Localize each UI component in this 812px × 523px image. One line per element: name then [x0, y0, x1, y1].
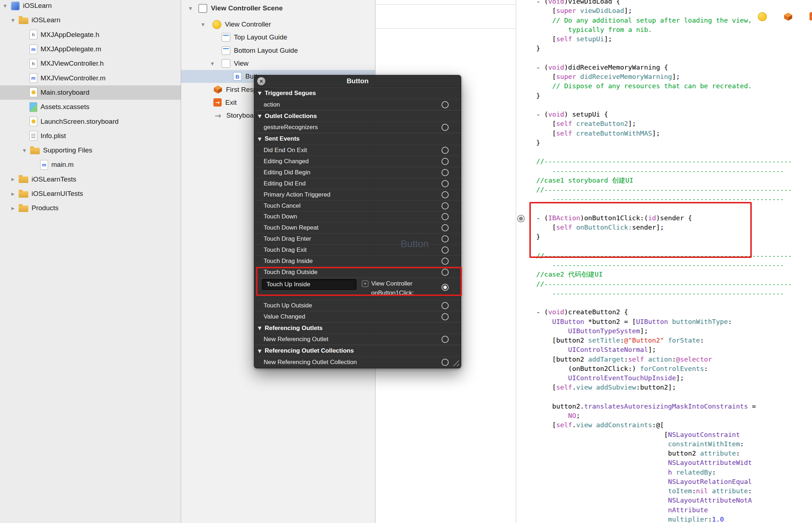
outline-item-view[interactable]: ▾View — [181, 57, 375, 70]
navigator-item-products[interactable]: ▸Products — [0, 201, 181, 215]
connection-well-empty-icon[interactable] — [442, 101, 449, 108]
navigator-item-label: Supporting Files — [43, 146, 92, 154]
folder-icon — [19, 191, 28, 198]
hud-section-referencing-outlet-collections[interactable]: ▼Referencing Outlet Collections — [254, 345, 461, 357]
connection-well-empty-icon[interactable] — [442, 246, 449, 254]
chevron-down-icon[interactable]: ▾ — [209, 61, 216, 67]
navigator-item-main-storyboard[interactable]: Main.storyboard — [0, 85, 181, 100]
hud-row-editing-did-end[interactable]: Editing Did End — [254, 178, 461, 189]
navigator-item-ioslearn[interactable]: ▾iOSLearn — [0, 13, 181, 27]
chevron-right-icon[interactable]: ▸ — [9, 191, 16, 197]
connection-well-empty-icon[interactable] — [442, 158, 449, 165]
navigator-item-mxjviewcontroller-m[interactable]: mMXJViewController.m — [0, 71, 181, 85]
close-icon[interactable]: × — [257, 77, 265, 85]
connection-well-empty-icon[interactable] — [442, 313, 449, 320]
hud-row-editing-did-begin[interactable]: Editing Did Begin — [254, 167, 461, 178]
connection-well-empty-icon[interactable] — [442, 258, 449, 265]
disclosure-triangle-icon[interactable]: ▼ — [258, 90, 261, 96]
entry-icon: → — [213, 111, 223, 120]
hud-row-touch-down-repeat[interactable]: Touch Down Repeat — [254, 222, 461, 233]
dock-exit-icon[interactable]: → — [809, 12, 812, 20]
connection-well-empty-icon[interactable] — [442, 336, 449, 343]
dock-first-responder-icon[interactable] — [784, 12, 793, 21]
code-line: //case1 storyboard 创建UI — [536, 176, 792, 185]
connection-well-empty-icon[interactable] — [442, 235, 449, 242]
code-line — [536, 100, 792, 110]
hud-row-gesturerecognizers[interactable]: gestureRecognizers — [254, 122, 461, 133]
connection-well-empty-icon[interactable] — [442, 147, 449, 154]
disclosure-triangle-icon[interactable]: ▼ — [258, 113, 261, 119]
navigator-item-info-plist[interactable]: Info.plist — [0, 129, 181, 143]
annotation-onbutton1click — [529, 202, 752, 258]
code-line: - (void)createButton2 { — [536, 307, 792, 317]
code-line: NSLayoutRelationEqual — [536, 477, 792, 486]
connection-well-icon[interactable] — [517, 215, 525, 222]
connection-well-empty-icon[interactable] — [442, 302, 449, 309]
source-editor[interactable]: - (void)viewDidLoad { [super viewDidLoad… — [531, 0, 812, 523]
navigator-item-label: Main.storyboard — [41, 89, 89, 96]
outline-item-view-controller[interactable]: ▾View Controller — [181, 18, 375, 31]
chevron-down-icon[interactable]: ▾ — [187, 5, 194, 11]
code-line: NSLayoutAttributeNotA — [536, 496, 792, 505]
connection-well-empty-icon[interactable] — [442, 191, 449, 198]
hud-row-touch-drag-exit[interactable]: Touch Drag Exit — [254, 244, 461, 255]
navigator-item-ioslearntests[interactable]: ▸iOSLearnTests — [0, 172, 181, 187]
file-m-icon: m — [29, 73, 37, 83]
connection-well-empty-icon[interactable] — [442, 180, 449, 187]
hud-row-new-referencing-outlet[interactable]: New Referencing Outlet — [254, 334, 461, 345]
chevron-down-icon[interactable]: ▾ — [21, 147, 28, 154]
hud-section-outlet-collections[interactable]: ▼Outlet Collections — [254, 110, 461, 122]
hud-row-value-changed[interactable]: Value Changed — [254, 311, 461, 322]
hud-row-touch-up-outside[interactable]: Touch Up Outside — [254, 300, 461, 311]
navigator-item-launchscreen-storyboard[interactable]: LaunchScreen.storyboard — [0, 114, 181, 128]
hud-section-sent-events[interactable]: ▼Sent Events — [254, 133, 461, 145]
hud-row-touch-down[interactable]: Touch Down — [254, 211, 461, 222]
chevron-right-icon[interactable]: ▸ — [9, 176, 16, 182]
hud-row-editing-changed[interactable]: Editing Changed — [254, 156, 461, 167]
hud-row-action[interactable]: action — [254, 99, 461, 110]
code-line: UIButtonTypeSystem]; — [536, 326, 792, 336]
disclosure-triangle-icon[interactable]: ▼ — [258, 348, 261, 354]
outline-item-top-layout-guide[interactable]: Top Layout Guide — [181, 31, 375, 44]
code-line: [super didReceiveMemoryWarning]; — [536, 72, 792, 81]
navigator-item-ioslearn[interactable]: ▾iOSLearn — [0, 0, 181, 13]
connection-well-empty-icon[interactable] — [442, 124, 449, 131]
hud-row-touch-drag-enter[interactable]: Touch Drag Enter — [254, 233, 461, 244]
navigator-item-assets-xcassets[interactable]: Assets.xcassets — [0, 100, 181, 114]
chevron-down-icon[interactable]: ▾ — [9, 17, 16, 23]
connection-well-empty-icon[interactable] — [442, 202, 449, 209]
navigator-item-mxjappdelegate-m[interactable]: mMXJAppDelegate.m — [0, 42, 181, 56]
navigator-item-mxjviewcontroller-h[interactable]: hMXJViewController.h — [0, 56, 181, 71]
chevron-right-icon[interactable]: ▸ — [9, 205, 16, 211]
code-line: } — [536, 44, 792, 53]
outline-item-bottom-layout-guide[interactable]: Bottom Layout Guide — [181, 44, 375, 57]
connection-well-empty-icon[interactable] — [442, 224, 449, 231]
hud-row-primary-action-triggered[interactable]: Primary Action Triggered — [254, 189, 461, 200]
code-line: button2 attribute: — [536, 449, 792, 458]
code-line: [self.view addSubview:button2]; — [536, 383, 792, 392]
navigator-item-label: LaunchScreen.storyboard — [41, 118, 119, 126]
code-line: typically from a nib. — [536, 25, 792, 34]
navigator-item-main-m[interactable]: mmain.m — [0, 157, 181, 172]
hud-section-referencing-outlets[interactable]: ▼Referencing Outlets — [254, 322, 461, 334]
hud-row-new-referencing-outlet-collection[interactable]: New Referencing Outlet Collection — [254, 357, 461, 368]
disclosure-triangle-icon[interactable]: ▼ — [258, 136, 261, 142]
disclosure-triangle-icon[interactable]: ▼ — [258, 325, 261, 331]
hud-row-label: Editing Changed — [264, 158, 309, 165]
hud-row-touch-drag-inside[interactable]: Touch Drag Inside — [254, 255, 461, 267]
scene-header[interactable]: ▾ View Controller Scene — [181, 0, 375, 17]
hud-row-did-end-on-exit[interactable]: Did End On Exit — [254, 145, 461, 156]
dock-view-controller-icon[interactable] — [758, 12, 767, 21]
hud-row-label: action — [264, 101, 280, 108]
connection-well-empty-icon[interactable] — [442, 359, 449, 366]
hud-row-touch-cancel[interactable]: Touch Cancel — [254, 200, 461, 211]
hud-section-triggered-segues[interactable]: ▼Triggered Segues — [254, 87, 461, 99]
navigator-item-supporting-files[interactable]: ▾Supporting Files — [0, 143, 181, 157]
chevron-down-icon[interactable]: ▾ — [1, 3, 9, 9]
navigator-item-mxjappdelegate-h[interactable]: hMXJAppDelegate.h — [0, 28, 181, 42]
hud-section-label: Triggered Segues — [265, 90, 316, 97]
connection-well-empty-icon[interactable] — [442, 213, 449, 220]
navigator-item-ioslearnuitests[interactable]: ▸iOSLearnUITests — [0, 187, 181, 201]
chevron-down-icon[interactable]: ▾ — [199, 22, 207, 28]
connection-well-empty-icon[interactable] — [442, 169, 449, 176]
